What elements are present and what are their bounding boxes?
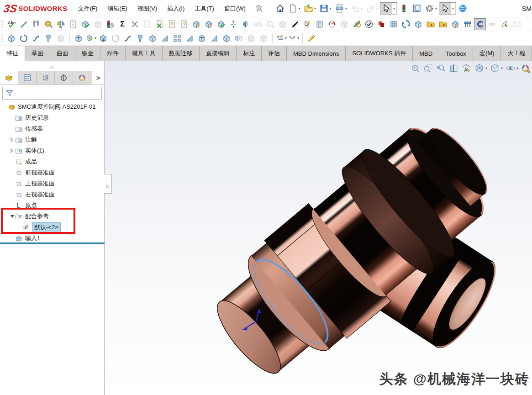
intersect-button[interactable]: [245, 32, 257, 44]
tree-item-front-plane[interactable]: 前视基准面: [0, 167, 104, 178]
tree-item-history[interactable]: 历史记录: [0, 112, 104, 123]
menu-file[interactable]: 文件(F): [73, 0, 103, 17]
tab-direct-editing[interactable]: 直接编辑: [200, 46, 237, 61]
hide-show-items-button[interactable]: ▾: [505, 63, 518, 74]
display-style-dropdown-caret[interactable]: ▾: [501, 66, 503, 70]
appearance-swatches-button[interactable]: [375, 18, 387, 30]
panel-grip-dot[interactable]: [50, 66, 53, 69]
tab-sheet-metal[interactable]: 钣金: [75, 46, 100, 61]
menu-insert[interactable]: 插入(I): [162, 0, 190, 17]
verification-button[interactable]: [363, 18, 375, 30]
display-style-button[interactable]: ▾: [490, 63, 503, 74]
tab-mold-tools[interactable]: 模具工具: [126, 46, 163, 61]
undo-button[interactable]: ▾: [349, 2, 364, 15]
select-tool-dropdown-caret[interactable]: ▾: [451, 3, 455, 14]
previous-view-button[interactable]: [436, 63, 446, 74]
menu-tools[interactable]: 工具(T): [190, 0, 219, 17]
portable-device-button[interactable]: [277, 18, 289, 30]
panel-expand-chevron[interactable]: >: [92, 71, 104, 84]
table-props-question-button[interactable]: ?: [178, 18, 190, 30]
extruded-cut-button[interactable]: [73, 32, 84, 44]
swept-boss-button[interactable]: [30, 32, 42, 44]
tab-toolbox[interactable]: Toolbox: [439, 46, 473, 61]
tab-mbd[interactable]: MBD: [413, 46, 439, 61]
home-button[interactable]: [274, 2, 286, 15]
rebuild-timer-button[interactable]: [104, 18, 116, 30]
curves-dropdown-caret[interactable]: ▾: [297, 36, 299, 40]
mirror-button[interactable]: [233, 32, 245, 44]
tab-annotation[interactable]: 标注: [237, 46, 262, 61]
options-button[interactable]: ▾: [423, 2, 438, 15]
email-notify-button[interactable]: [511, 18, 523, 30]
hole-wizard-button[interactable]: ▾: [85, 32, 97, 44]
tree-item-annotations[interactable]: A注解: [0, 134, 104, 145]
circuitworks-button[interactable]: [388, 18, 400, 30]
panel-tab-property-manager[interactable]: [18, 71, 37, 84]
rib-button[interactable]: [208, 32, 220, 44]
check-entity-button[interactable]: [79, 18, 91, 30]
expand-arrow-solid-bodies[interactable]: [9, 148, 15, 153]
dome-button[interactable]: [258, 32, 269, 44]
draft-button[interactable]: [184, 32, 195, 44]
tree-item-sensors[interactable]: 传感器: [0, 123, 104, 134]
tab-large-tools[interactable]: 大工程: [501, 46, 532, 61]
expand-arrow-annotations[interactable]: [9, 137, 15, 142]
options-dropdown-caret[interactable]: ▾: [435, 6, 437, 11]
expand-arrow-mate-references[interactable]: [9, 215, 15, 218]
shell-button[interactable]: [196, 32, 208, 44]
undo-dropdown-caret[interactable]: ▾: [361, 6, 363, 11]
panel-tab-dimxpert-manager[interactable]: [55, 71, 73, 84]
redo-button[interactable]: ▾: [364, 2, 379, 15]
mass-properties-button[interactable]: [55, 18, 67, 30]
check-active-document-button[interactable]: [215, 18, 227, 30]
mirror-part-button[interactable]: [240, 18, 252, 30]
toolbar-grip[interactable]: [1, 33, 3, 43]
tab-surfaces[interactable]: 曲面: [50, 46, 75, 61]
tab-solidworks-addins[interactable]: SOLIDWORKS 插件: [346, 46, 413, 61]
tab-mbd-dimensions[interactable]: MBD Dimensions: [287, 46, 346, 61]
tree-item-right-plane[interactable]: 右视基准面: [0, 189, 104, 200]
fillet-button[interactable]: [159, 32, 171, 44]
lofted-boss-button[interactable]: [42, 32, 54, 44]
redo-dropdown-caret[interactable]: ▾: [376, 6, 378, 11]
tree-item-top-plane[interactable]: 上视基准面: [0, 178, 104, 189]
panel-splitter-tab[interactable]: [104, 174, 112, 194]
compare-features-button[interactable]: ?: [203, 18, 215, 30]
menu-window[interactable]: 窗口(W): [219, 0, 251, 17]
view-annotations-button[interactable]: A: [461, 63, 472, 74]
wrap-button[interactable]: [221, 32, 232, 44]
3dexperience-button[interactable]: [457, 2, 469, 15]
new-document-button[interactable]: ▾: [287, 2, 302, 15]
compare-documents-button[interactable]: [141, 18, 153, 30]
hide-show-items-dropdown-caret[interactable]: ▾: [516, 66, 518, 70]
boundary-boss-button[interactable]: [55, 32, 67, 44]
revolved-cut-button[interactable]: [110, 32, 121, 44]
view-orientation-dropdown-caret[interactable]: ▾: [485, 66, 487, 70]
pin-menu-icon[interactable]: [254, 4, 264, 14]
deviation-analysis-button[interactable]: [129, 18, 141, 30]
extruded-boss-button[interactable]: [5, 32, 17, 44]
magnetic-mate-button[interactable]: [474, 18, 486, 30]
hide-show-eye-button[interactable]: [486, 18, 498, 30]
print-button[interactable]: ▾: [333, 2, 348, 15]
file-properties-button[interactable]: [411, 2, 423, 15]
reference-geometry-button[interactable]: ▾: [275, 32, 287, 44]
section-view-button[interactable]: [448, 63, 459, 74]
measure-button[interactable]: [42, 18, 54, 30]
tree-filter-input[interactable]: [16, 90, 99, 96]
zoom-to-fit-button[interactable]: [410, 63, 421, 74]
lofted-cut-button[interactable]: [134, 32, 146, 44]
tree-item-origin[interactable]: 原点: [0, 200, 104, 211]
compress-model-button[interactable]: [227, 18, 239, 30]
file-props-question-button[interactable]: ?: [166, 18, 178, 30]
open-document-button[interactable]: ▾: [302, 2, 317, 15]
tree-item-mate-references[interactable]: 配合参考: [0, 211, 104, 222]
costing-button[interactable]: [338, 18, 350, 30]
edit-appearance-button[interactable]: [521, 63, 531, 74]
tab-macro[interactable]: 宏(M): [473, 46, 501, 61]
export-aec-button[interactable]: [437, 18, 449, 30]
export-excel-button[interactable]: [153, 18, 165, 30]
tab-data-migration[interactable]: 数据迁移: [163, 46, 200, 61]
visualize-search-button[interactable]: [351, 18, 363, 30]
select-dropdown-caret[interactable]: ▾: [392, 3, 396, 14]
